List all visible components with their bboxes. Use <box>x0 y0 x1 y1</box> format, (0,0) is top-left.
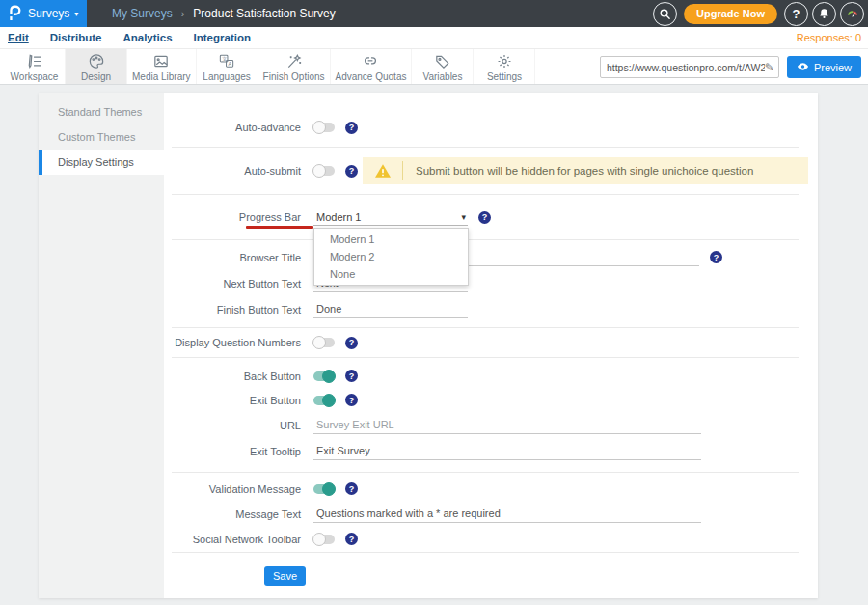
edit-url-icon[interactable]: ✎ <box>765 61 774 74</box>
nav-tab-analytics[interactable]: Analytics <box>122 32 172 43</box>
finish-button-text-label: Finish Button Text <box>164 304 313 316</box>
page-body: Standard Themes Custom Themes Display Se… <box>0 85 868 598</box>
exit-button-row: Exit Button ? <box>164 388 818 412</box>
toolbar-tab-design[interactable]: Design <box>66 49 127 84</box>
responses-count[interactable]: Responses: 0 <box>797 32 861 43</box>
nav-tab-integration[interactable]: Integration <box>194 32 251 43</box>
nav-tab-edit[interactable]: Edit <box>8 32 29 43</box>
progress-bar-help-icon[interactable]: ? <box>478 211 491 224</box>
progress-bar-select[interactable]: Modern 1 ▾ Modern 1 Modern 2 None <box>313 208 468 226</box>
toolbar-tab-label: Settings <box>487 71 522 82</box>
auto-submit-row: Auto-submit ? Su <box>164 157 818 184</box>
save-button[interactable]: Save <box>264 566 306 586</box>
breadcrumb: My Surveys › Product Satisfaction Survey <box>112 0 336 27</box>
browser-title-help-icon[interactable]: ? <box>710 251 722 263</box>
social-network-toolbar-help-icon[interactable]: ? <box>345 533 358 545</box>
breadcrumb-separator: › <box>181 8 185 19</box>
toolbar-tab-label: Advance Quotas <box>336 71 407 82</box>
exit-url-row: URL <box>164 412 818 438</box>
toolbar-tab-media-library[interactable]: Media Library <box>127 49 197 84</box>
display-question-numbers-toggle[interactable] <box>313 338 335 347</box>
page-title: Product Satisfaction Survey <box>193 7 335 20</box>
bell-icon[interactable] <box>812 2 836 26</box>
message-text-input[interactable] <box>313 506 701 523</box>
progress-bar-label: Progress Bar <box>164 211 313 223</box>
survey-url-box: ✎ <box>600 56 779 78</box>
back-button-help-icon[interactable]: ? <box>345 370 358 382</box>
preview-label: Preview <box>814 62 852 73</box>
toolbar-tab-finish-options[interactable]: Finish Options <box>258 49 331 84</box>
toolbar-tab-workspace[interactable]: Workspace <box>4 49 66 84</box>
exit-button-toggle[interactable] <box>313 396 335 405</box>
exit-tooltip-input[interactable] <box>313 443 701 460</box>
auto-submit-toggle[interactable] <box>313 166 335 176</box>
exit-button-help-icon[interactable]: ? <box>345 394 358 406</box>
dropdown-option-modern-2[interactable]: Modern 2 <box>314 248 468 265</box>
toolbar-tab-advance-quotas[interactable]: Advance Quotas <box>331 49 413 84</box>
dropdown-option-modern-1[interactable]: Modern 1 <box>314 231 468 248</box>
nav-tab-distribute[interactable]: Distribute <box>50 32 102 43</box>
gauge-icon[interactable] <box>840 2 864 26</box>
product-switcher[interactable]: Surveys ▾ <box>0 0 87 27</box>
exit-tooltip-label: Exit Tooltip <box>164 446 313 457</box>
survey-url-input[interactable] <box>607 62 765 73</box>
edit-toolbar: Workspace Design Media Library 文 A <box>0 48 868 85</box>
toolbar-tab-label: Workspace <box>11 71 59 82</box>
media-library-icon <box>151 52 171 70</box>
search-icon[interactable] <box>653 2 677 26</box>
chevron-down-icon: ▾ <box>461 212 468 222</box>
toolbar-tab-languages[interactable]: 文 A Languages <box>197 49 258 84</box>
sidebar-item-custom-themes[interactable]: Custom Themes <box>39 124 164 150</box>
design-panel: Standard Themes Custom Themes Display Se… <box>39 93 818 598</box>
breadcrumb-parent[interactable]: My Surveys <box>112 7 173 20</box>
auto-advance-row: Auto-advance ? <box>164 114 818 141</box>
auto-submit-warning: Submit button will be hidden for pages w… <box>363 157 808 184</box>
toolbar-tab-variables[interactable]: Variables <box>412 49 474 84</box>
auto-advance-toggle[interactable] <box>313 123 335 132</box>
display-question-numbers-row: Display Question Numbers ? <box>164 330 818 355</box>
toolbar-tab-label: Finish Options <box>263 71 325 82</box>
sidebar-item-display-settings[interactable]: Display Settings <box>39 150 164 175</box>
display-question-numbers-help-icon[interactable]: ? <box>345 337 358 349</box>
message-text-label: Message Text <box>164 509 313 520</box>
annotation-red-underline <box>246 226 313 229</box>
validation-message-label: Validation Message <box>164 483 313 495</box>
toolbar-tab-settings[interactable]: Settings <box>474 49 535 84</box>
dropdown-option-none[interactable]: None <box>314 265 468 283</box>
settings-icon <box>495 52 514 70</box>
social-network-toolbar-row: Social Network Toolbar ? <box>164 527 818 551</box>
finish-button-text-row: Finish Button Text <box>164 296 818 322</box>
toolbar-right: ✎ Preview <box>600 56 861 78</box>
exit-button-label: Exit Button <box>164 395 313 406</box>
exit-url-input[interactable] <box>313 417 701 434</box>
warning-triangle-icon <box>363 161 403 180</box>
next-button-text-label: Next Button Text <box>164 278 313 289</box>
back-button-row: Back Button ? <box>164 364 818 388</box>
progress-bar-row: Progress Bar Modern 1 ▾ Modern 1 Modern … <box>164 203 818 232</box>
finish-options-icon <box>285 52 304 70</box>
display-question-numbers-label: Display Question Numbers <box>164 337 313 348</box>
questionpro-logo-icon <box>7 4 22 23</box>
preview-button[interactable]: Preview <box>787 56 861 78</box>
design-icon <box>87 52 106 70</box>
finish-button-text-input[interactable] <box>313 301 468 318</box>
back-button-toggle[interactable] <box>313 371 335 381</box>
chevron-down-icon: ▾ <box>74 10 78 18</box>
browser-title-label: Browser Title <box>164 252 313 263</box>
validation-message-help-icon[interactable]: ? <box>345 482 358 495</box>
topbar-actions: Upgrade Now ? <box>653 0 864 27</box>
auto-submit-help-icon[interactable]: ? <box>345 165 358 178</box>
languages-icon: 文 A <box>217 52 236 70</box>
upgrade-now-button[interactable]: Upgrade Now <box>684 4 777 24</box>
next-button-text-row: Next Button Text <box>164 270 818 296</box>
sidebar-item-standard-themes[interactable]: Standard Themes <box>39 99 164 124</box>
help-icon[interactable]: ? <box>784 2 808 26</box>
app-name: Surveys <box>28 7 69 20</box>
exit-url-label: URL <box>164 420 313 431</box>
svg-text:A: A <box>229 61 232 67</box>
validation-message-toggle[interactable] <box>313 484 335 494</box>
warning-text: Submit button will be hidden for pages w… <box>403 165 753 177</box>
top-bar: Surveys ▾ My Surveys › Product Satisfact… <box>0 0 868 27</box>
auto-advance-help-icon[interactable]: ? <box>345 122 358 134</box>
social-network-toolbar-toggle[interactable] <box>313 535 335 544</box>
